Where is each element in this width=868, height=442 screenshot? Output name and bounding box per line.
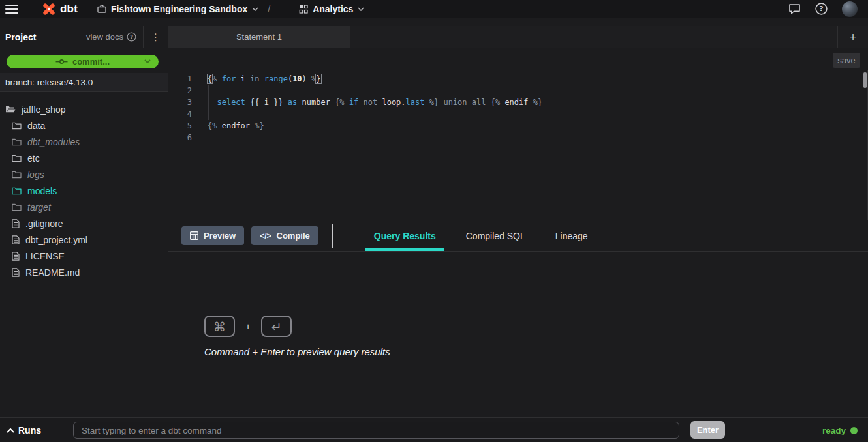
- line-number: 2: [168, 85, 192, 96]
- tree-item-label: jaffle_shop: [22, 104, 65, 115]
- dbt-logo-icon: [42, 2, 56, 16]
- results-tab-label: Compiled SQL: [466, 231, 525, 241]
- status-label: ready: [822, 426, 846, 435]
- compile-button[interactable]: </> Compile: [251, 226, 318, 245]
- tree-item-etc[interactable]: etc: [0, 150, 168, 166]
- file-icon: [12, 252, 20, 261]
- tree-item-license[interactable]: LICENSE: [0, 248, 168, 264]
- tree-item-data[interactable]: data: [0, 117, 168, 134]
- tree-item-label: logs: [27, 169, 44, 180]
- tree-item-label: models: [27, 186, 57, 196]
- tab-statement-1[interactable]: Statement 1: [168, 26, 350, 48]
- runs-toggle[interactable]: Runs: [7, 418, 41, 442]
- chevron-down-icon: [358, 7, 364, 11]
- tab-label: Statement 1: [236, 32, 282, 42]
- chevron-down-icon: [252, 7, 258, 11]
- code-line[interactable]: {% for i in range(10) %}: [208, 73, 321, 85]
- folder-icon: [12, 170, 22, 179]
- sidebar-title: Project: [5, 32, 36, 42]
- results-tabs: Query ResultsCompiled SQLLineage: [359, 220, 603, 251]
- svg-text:?: ?: [130, 34, 133, 40]
- project-switcher[interactable]: Analytics: [299, 4, 364, 14]
- folder-icon: [12, 203, 22, 211]
- plus-icon: +: [849, 30, 856, 44]
- tree-item-label: etc: [27, 153, 40, 164]
- dbt-logo-text: dbt: [60, 3, 78, 16]
- preview-button[interactable]: Preview: [181, 226, 244, 245]
- table-grid-icon: [190, 231, 198, 240]
- branch-indicator: branch: release/4.13.0: [0, 73, 168, 92]
- results-tab-lineage[interactable]: Lineage: [540, 220, 603, 251]
- code-line[interactable]: {% endfor %}: [208, 120, 264, 132]
- results-body: ⌘ + ↵ Command + Enter to preview query r…: [168, 280, 868, 417]
- editor-tab-bar: Statement 1 +: [168, 26, 868, 48]
- shortcut-hint: ⌘ + ↵ Command + Enter to preview query r…: [204, 316, 390, 357]
- tree-item-dbt-project-yml[interactable]: dbt_project.yml: [0, 231, 168, 248]
- tree-item-label: target: [27, 202, 51, 213]
- code-editor[interactable]: 1{% for i in range(10) %}23 select {{ i …: [168, 70, 868, 220]
- tree-item-readme-md[interactable]: README.md: [0, 264, 168, 280]
- briefcase-icon: [97, 5, 106, 13]
- editor-scrollbar[interactable]: [863, 72, 867, 88]
- help-icon[interactable]: ?: [815, 3, 828, 15]
- main-panel: Statement 1 + save 1{% for i in range(10…: [168, 26, 868, 417]
- results-tab-label: Query Results: [374, 231, 436, 241]
- shortcut-hint-text: Command + Enter to preview query results: [204, 346, 390, 357]
- kebab-menu-icon[interactable]: ⋮: [144, 26, 168, 48]
- help-circle-icon: ?: [127, 32, 136, 42]
- breadcrumb-separator: /: [268, 4, 270, 14]
- view-docs-link[interactable]: view docs ?: [86, 32, 143, 42]
- save-button[interactable]: save: [833, 53, 860, 68]
- file-icon: [12, 235, 20, 244]
- line-number: 6: [168, 132, 192, 143]
- editor-action-row: save: [168, 48, 868, 70]
- tree-item-target[interactable]: target: [0, 199, 168, 215]
- folder-icon: [12, 138, 22, 146]
- account-name: Fishtown Engineering Sandbox: [111, 4, 247, 14]
- tree-item-models[interactable]: models: [0, 183, 168, 199]
- folder-open-icon: [5, 105, 16, 113]
- tree-item-logs[interactable]: logs: [0, 166, 168, 183]
- file-icon: [12, 268, 20, 277]
- save-button-label: save: [837, 55, 855, 65]
- tree-item-label: dbt_project.yml: [25, 235, 87, 245]
- tree-item-label: dbt_modules: [27, 137, 80, 147]
- dbt-command-input[interactable]: [73, 422, 679, 439]
- view-docs-label: view docs: [86, 32, 123, 42]
- enter-key-icon: ↵: [261, 316, 292, 337]
- hamburger-menu-icon[interactable]: [5, 5, 18, 14]
- status-dot-icon: [850, 427, 858, 434]
- enter-button[interactable]: Enter: [690, 421, 725, 439]
- svg-text:?: ?: [819, 5, 823, 13]
- tree-item-label: data: [27, 121, 45, 131]
- user-avatar[interactable]: [842, 1, 858, 17]
- dbt-logo: dbt: [42, 2, 78, 16]
- chat-icon[interactable]: [788, 3, 801, 14]
- plus-separator: +: [245, 321, 251, 332]
- tree-item-gitignore[interactable]: .gitignore: [0, 215, 168, 231]
- tree-item-label: .gitignore: [25, 218, 63, 229]
- project-name: Analytics: [313, 4, 353, 14]
- results-toolbar: Preview </> Compile Query ResultsCompile…: [168, 220, 868, 252]
- folder-icon: [12, 186, 22, 195]
- code-line[interactable]: select {{ i }} as number {% if not loop.…: [208, 96, 542, 108]
- new-tab-button[interactable]: +: [837, 26, 868, 48]
- file-tree: jaffle_shopdatadbt_modulesetclogsmodelst…: [0, 92, 168, 280]
- branch-label: branch: release/4.13.0: [5, 78, 93, 87]
- results-tab-label: Lineage: [555, 231, 588, 241]
- results-subheader: [168, 252, 868, 280]
- sidebar: Project view docs ? ⋮ commit... branch: …: [0, 26, 168, 417]
- file-icon: [12, 219, 20, 228]
- account-switcher[interactable]: Fishtown Engineering Sandbox: [97, 4, 258, 14]
- results-tab-compiled-sql[interactable]: Compiled SQL: [451, 220, 540, 251]
- top-bar: dbt Fishtown Engineering Sandbox / Analy…: [0, 0, 868, 18]
- command-key-icon: ⌘: [204, 316, 235, 337]
- chevron-up-icon: [7, 428, 14, 433]
- folder-icon: [12, 154, 22, 162]
- results-tab-query-results[interactable]: Query Results: [359, 220, 451, 251]
- status-indicator: ready: [822, 418, 858, 442]
- tree-item-jaffle-shop[interactable]: jaffle_shop: [0, 101, 168, 117]
- bottom-bar: Runs Enter ready: [0, 417, 868, 442]
- commit-button[interactable]: commit...: [7, 55, 159, 68]
- tree-item-dbt-modules[interactable]: dbt_modules: [0, 134, 168, 150]
